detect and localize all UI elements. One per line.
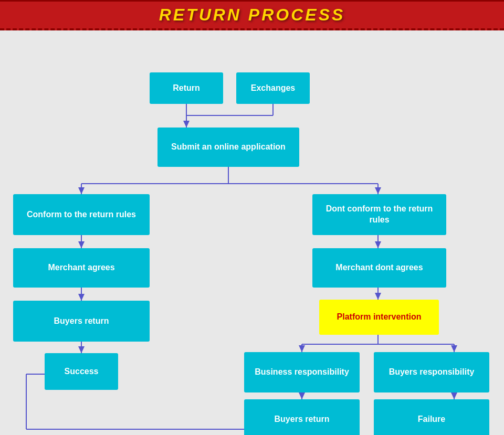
page-title: RETURN PROCESS [159, 5, 345, 25]
svg-marker-7 [78, 187, 85, 194]
merchant-agrees-box: Merchant agrees [13, 248, 150, 288]
svg-marker-13 [78, 294, 85, 301]
dont-conform-box: Dont conform to the return rules [312, 194, 446, 235]
exchanges-box: Exchanges [236, 72, 310, 104]
svg-marker-30 [299, 392, 305, 399]
svg-marker-15 [78, 346, 85, 353]
diagram-area: Return Exchanges Submit an online applic… [0, 30, 504, 435]
svg-marker-22 [375, 293, 381, 300]
svg-marker-26 [299, 345, 305, 352]
buyers-return-right-box: Buyers return [244, 399, 360, 435]
success-box: Success [45, 353, 118, 390]
svg-marker-9 [375, 187, 381, 194]
merchant-dont-box: Merchant dont agrees [312, 248, 446, 288]
svg-marker-20 [375, 241, 381, 248]
conform-box: Conform to the return rules [13, 194, 150, 235]
buyers-return-left-box: Buyers return [13, 301, 150, 342]
svg-marker-3 [183, 121, 190, 128]
failure-box: Failure [374, 399, 489, 435]
buyers-responsibility-box: Buyers responsibility [374, 352, 489, 392]
svg-marker-33 [451, 392, 457, 399]
main-container: RETURN PROCESS [0, 0, 504, 435]
business-responsibility-box: Business responsibility [244, 352, 360, 392]
submit-box: Submit an online application [158, 128, 299, 167]
platform-box: Platform intervention [319, 300, 439, 335]
header: RETURN PROCESS [0, 0, 504, 30]
svg-marker-28 [451, 345, 457, 352]
svg-marker-11 [78, 241, 85, 248]
return-box: Return [150, 72, 223, 104]
